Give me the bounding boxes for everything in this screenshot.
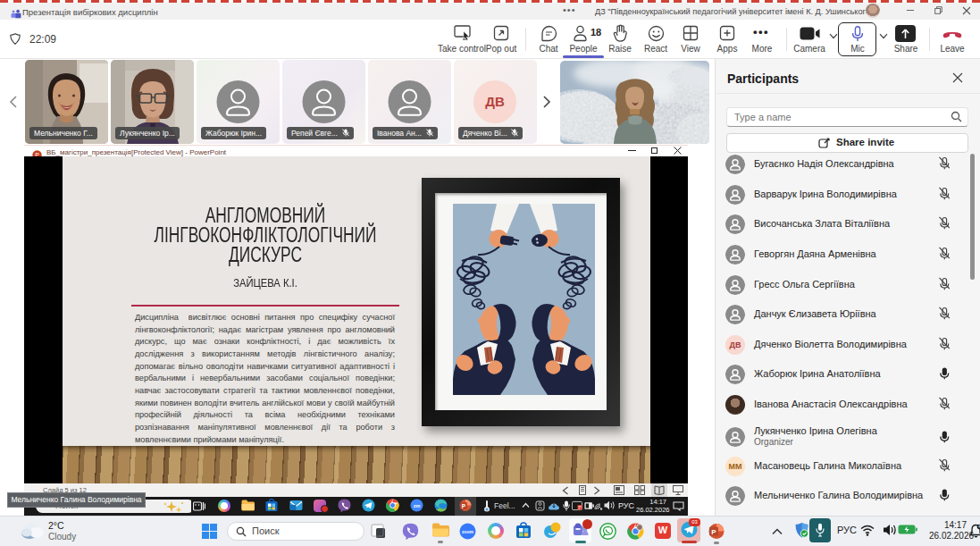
svg-text:zoom: zoom: [462, 529, 474, 534]
svg-text:P: P: [711, 528, 716, 536]
svg-text:P: P: [462, 503, 466, 509]
svg-text:zm: zm: [414, 503, 421, 508]
